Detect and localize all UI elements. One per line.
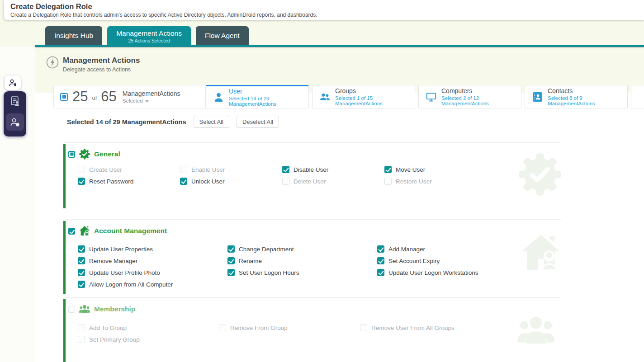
section-header: Membership [68, 303, 135, 315]
section-accent-bar [63, 299, 66, 362]
object-tab-contacts[interactable]: ContactsSelected 8 of 9 ManagementAction… [525, 85, 628, 108]
action-label: Remove Manager [89, 258, 137, 264]
object-tab-groups[interactable]: GroupsSelected 1 of 15 ManagementActions [312, 85, 415, 108]
gear-check-icon [79, 148, 90, 160]
checkbox-set-account-expiry[interactable] [377, 257, 384, 264]
action-item-update-user-properties[interactable]: Update User Properties [78, 245, 227, 253]
action-label: Disable User [294, 166, 328, 173]
tab-sublabel: 25 Actions Selected [128, 38, 170, 43]
action-item-remove-user-from-all-groups[interactable]: Remove User From All Groups [360, 324, 501, 332]
section-accent-bar [63, 221, 66, 294]
action-label: Update User Logon Workstations [388, 269, 478, 276]
action-item-enable-user[interactable]: Enable User [180, 165, 282, 174]
action-item-reset-password[interactable]: Reset Password [78, 177, 180, 185]
dropdown-label: Selected [123, 98, 143, 103]
checkbox-move-user[interactable] [384, 166, 392, 173]
action-item-allow-logon-from-all-computer[interactable]: Allow Logon from All Computer [78, 280, 227, 288]
checkbox-delete-user[interactable] [282, 178, 289, 185]
checkbox-disable-user[interactable] [282, 166, 289, 173]
action-item-set-user-logon-hours[interactable]: Set User Logon Hours [227, 268, 377, 277]
checkbox-restore-user[interactable] [384, 178, 392, 185]
action-sections: GeneralCreate UserEnable UserDisable Use… [63, 142, 561, 362]
section-membership: MembershipAdd To GroupRemove From GroupR… [63, 297, 561, 362]
checkbox-add-to-group[interactable] [78, 324, 85, 331]
checkbox-unlock-user[interactable] [180, 178, 187, 185]
object-tab-sublabel: Selected 14 of 29 ManagementActions [229, 96, 308, 107]
sidebar-item-add-admin[interactable] [6, 113, 24, 131]
checkbox-reset-password[interactable] [78, 178, 85, 185]
action-item-rename[interactable]: Rename [227, 257, 377, 265]
action-item-add-to-group[interactable]: Add To Group [78, 324, 219, 332]
object-tab-text: ComputersSelected 2 of 12 ManagementActi… [441, 87, 521, 106]
action-item-remove-from-group[interactable]: Remove From Group [219, 324, 360, 332]
tab-label: Management Actions [116, 29, 182, 38]
select-all-button[interactable]: Select All [194, 116, 229, 128]
checkbox-add-manager[interactable] [377, 245, 384, 253]
action-label: Add To Group [89, 324, 127, 331]
section-items: Create UserEnable UserDisable UserMove U… [78, 165, 487, 185]
section-title: General [94, 150, 120, 158]
page-subtitle: Create a Delegation Role that controls a… [10, 12, 644, 18]
object-tab-text: ContactsSelected 8 of 9 ManagementAction… [548, 87, 627, 106]
action-item-unlock-user[interactable]: Unlock User [180, 177, 282, 185]
checkbox-remove-manager[interactable] [78, 257, 85, 264]
action-item-update-user-profile-photo[interactable]: Update User Profile Photo [78, 268, 227, 277]
checkbox-change-department[interactable] [227, 245, 235, 253]
caret-down-icon [145, 100, 149, 103]
checkbox-remove-from-group[interactable] [219, 324, 226, 331]
action-item-set-primary-group[interactable]: Set Primary Group [78, 335, 219, 343]
checkbox-create-user[interactable] [78, 166, 85, 173]
action-item-create-user[interactable]: Create User [78, 165, 180, 174]
global-select-checkbox[interactable] [60, 93, 68, 101]
object-tab-label: Groups [335, 87, 415, 94]
checkbox-set-user-logon-hours[interactable] [227, 269, 235, 276]
action-label: Change Department [239, 246, 294, 253]
section-checkbox-account-management[interactable] [68, 228, 75, 235]
action-item-disable-user[interactable]: Disable User [282, 165, 384, 174]
object-tab-user[interactable]: UserSelected 14 of 29 ManagementActions [206, 85, 309, 108]
checkbox-update-user-logon-workstations[interactable] [377, 269, 384, 276]
action-label: Create User [89, 166, 122, 173]
action-item-add-manager[interactable]: Add Manager [377, 245, 527, 253]
tab-insights-hub[interactable]: Insights Hub [45, 26, 102, 45]
of-label: of [92, 94, 97, 101]
checkbox-allow-logon-from-all-computer[interactable] [78, 281, 85, 288]
action-item-set-account-expiry[interactable]: Set Account Expiry [377, 257, 527, 265]
object-tab-computers[interactable]: ComputersSelected 2 of 12 ManagementActi… [418, 85, 521, 108]
deselect-all-button[interactable]: Deselect All [237, 116, 279, 128]
sidebar-item-delegation-roles[interactable] [5, 75, 21, 90]
checkbox-set-primary-group[interactable] [78, 336, 85, 343]
tab-management-actions[interactable]: Management Actions25 Actions Selected [107, 26, 191, 46]
house-user-icon-watermark [519, 231, 563, 275]
action-item-update-user-logon-workstations[interactable]: Update User Logon Workstations [377, 268, 527, 277]
action-label: Enable User [191, 166, 225, 173]
action-item-delete-user[interactable]: Delete User [282, 177, 384, 185]
section-accent-bar [63, 144, 66, 208]
action-label: Set Account Expiry [388, 258, 440, 264]
selection-bar: Selected 14 of 29 ManagementActions Sele… [67, 116, 279, 128]
page-header: Create Delegation Role Create a Delegati… [4, 0, 644, 20]
checkbox-update-user-properties[interactable] [78, 245, 85, 253]
section-items: Update User PropertiesChange DepartmentA… [78, 245, 527, 288]
lightning-circle-icon [46, 56, 59, 73]
checkbox-rename[interactable] [227, 257, 235, 264]
section-title: Account Management [94, 227, 167, 235]
action-label: Add Manager [388, 246, 425, 253]
section-checkbox-general[interactable] [68, 151, 75, 158]
sidebar-group [4, 91, 26, 136]
section-checkbox-membership[interactable] [68, 306, 75, 313]
action-item-move-user[interactable]: Move User [384, 165, 487, 174]
object-tab-sublabel: Selected 1 of 15 ManagementActions [335, 95, 415, 106]
checkbox-update-user-profile-photo[interactable] [78, 269, 85, 276]
checkbox-enable-user[interactable] [180, 166, 187, 173]
section-account-management: Account ManagementUpdate User Properties… [63, 219, 561, 297]
checkbox-remove-user-from-all-groups[interactable] [360, 324, 367, 331]
action-label: Remove User From All Groups [371, 324, 455, 331]
action-item-restore-user[interactable]: Restore User [384, 177, 487, 185]
counter-filter-dropdown[interactable]: Selected [123, 98, 180, 103]
sidebar-item-reports[interactable] [4, 95, 26, 107]
action-item-remove-manager[interactable]: Remove Manager [78, 257, 227, 265]
action-item-change-department[interactable]: Change Department [227, 245, 377, 253]
tab-flow-agent[interactable]: Flow Agent [196, 26, 249, 45]
object-tab-sublabel: Selected 8 of 9 ManagementActions [548, 95, 627, 106]
